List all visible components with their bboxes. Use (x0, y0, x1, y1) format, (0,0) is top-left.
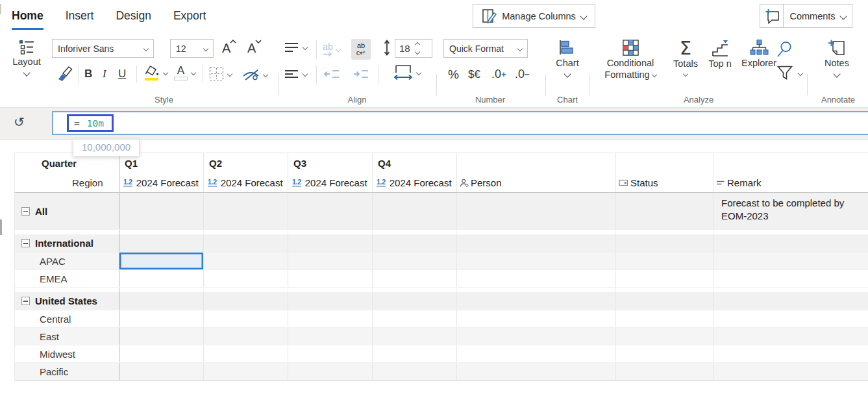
data-cell[interactable] (204, 363, 288, 380)
remark-cell[interactable] (713, 270, 868, 287)
row-label-cell[interactable]: EMEA (15, 270, 119, 287)
row-label-cell[interactable]: United States (15, 292, 119, 310)
row-label-cell[interactable]: Central (15, 310, 119, 327)
conditional-formatting-button[interactable]: Conditional Formatting (594, 39, 667, 80)
person-cell[interactable] (457, 328, 616, 345)
data-cell[interactable] (288, 270, 373, 287)
data-cell[interactable] (204, 234, 288, 252)
person-cell[interactable] (457, 345, 616, 362)
data-cell[interactable] (373, 270, 457, 287)
data-cell[interactable] (119, 270, 204, 287)
person-cell[interactable] (457, 310, 616, 327)
font-color-button[interactable]: A (174, 65, 195, 81)
data-cell[interactable] (373, 363, 457, 380)
text-overflow-button[interactable]: ab (323, 42, 340, 56)
hide-button[interactable] (242, 68, 267, 82)
data-cell[interactable] (204, 345, 288, 362)
percent-button[interactable]: % (448, 68, 459, 82)
fill-color-button[interactable] (143, 64, 167, 82)
person-cell[interactable] (457, 234, 616, 252)
collapse-icon[interactable] (21, 207, 30, 216)
layout-button[interactable]: Layout (6, 39, 47, 75)
row-label-cell[interactable]: East (15, 328, 119, 345)
data-cell[interactable] (204, 328, 288, 345)
data-cell[interactable] (288, 234, 373, 252)
status-cell[interactable] (616, 234, 713, 252)
data-cell[interactable] (373, 234, 457, 252)
data-cell[interactable] (288, 328, 373, 345)
row-label-cell[interactable]: Midwest (15, 345, 119, 362)
formula-input[interactable]: = 10m (52, 111, 868, 135)
increase-decimal-button[interactable]: .0+ (491, 68, 506, 81)
wrap-text-button[interactable]: ab c↵ (351, 39, 371, 60)
status-cell[interactable] (616, 310, 713, 327)
measure-column-header[interactable]: 1.22024 Forecast (119, 173, 204, 192)
underline-button[interactable]: U (118, 68, 126, 81)
format-painter-button[interactable] (56, 65, 73, 82)
remark-cell[interactable] (713, 310, 868, 327)
remark-cell[interactable] (713, 345, 868, 362)
status-cell[interactable] (616, 270, 713, 287)
currency-button[interactable]: $€ (468, 68, 480, 81)
tab-export[interactable]: Export (173, 9, 206, 30)
tab-insert[interactable]: Insert (66, 9, 94, 30)
quick-format-select[interactable]: Quick Format (443, 39, 528, 58)
row-label-cell[interactable]: Pacific (15, 363, 119, 380)
data-cell[interactable] (373, 310, 457, 327)
data-cell[interactable] (373, 253, 457, 269)
status-cell[interactable] (616, 253, 713, 269)
row-label-cell[interactable]: APAC (15, 253, 119, 269)
column-width-button[interactable] (393, 64, 421, 81)
decrease-font-button[interactable]: A (247, 42, 256, 55)
data-cell[interactable] (373, 345, 457, 362)
undo-icon[interactable]: ↺ (14, 114, 25, 130)
tab-design[interactable]: Design (116, 9, 151, 30)
column-header-status[interactable]: Status (616, 173, 713, 192)
search-button[interactable] (776, 40, 793, 58)
remark-cell[interactable] (713, 234, 868, 252)
italic-button[interactable]: I (103, 68, 106, 81)
chart-button[interactable]: Chart (549, 39, 586, 77)
tab-home[interactable]: Home (12, 9, 43, 30)
data-cell[interactable] (373, 193, 457, 229)
data-cell[interactable] (373, 292, 457, 310)
explorer-button[interactable]: Explorer (738, 39, 780, 68)
increase-font-button[interactable]: A (222, 42, 230, 55)
status-cell[interactable] (616, 328, 713, 345)
collapse-icon[interactable] (21, 297, 30, 305)
selected-cell[interactable] (119, 253, 204, 269)
remark-cell[interactable] (713, 363, 868, 380)
stepper-down-icon[interactable] (414, 49, 419, 55)
column-header-remark[interactable]: Remark (713, 173, 868, 192)
data-cell[interactable] (288, 363, 373, 380)
person-cell[interactable] (457, 270, 616, 287)
notes-button[interactable]: Notes (814, 39, 860, 77)
remark-cell[interactable] (713, 253, 868, 269)
horizontal-align-button[interactable] (284, 69, 307, 79)
data-cell[interactable] (119, 292, 204, 310)
data-cell[interactable] (204, 270, 288, 287)
data-cell[interactable] (119, 310, 204, 327)
data-cell[interactable] (119, 193, 204, 229)
data-cell[interactable] (119, 234, 204, 252)
quarter-column-header[interactable]: Q2 (204, 153, 288, 173)
remark-cell[interactable] (713, 292, 868, 310)
data-cell[interactable] (119, 345, 204, 362)
data-cell[interactable] (288, 345, 373, 362)
person-cell[interactable] (457, 253, 616, 269)
data-cell[interactable] (288, 292, 373, 310)
measure-column-header[interactable]: 1.22024 Forecast (288, 173, 373, 192)
data-cell[interactable] (204, 292, 288, 310)
data-cell[interactable] (204, 253, 288, 269)
data-cell[interactable] (204, 193, 288, 229)
totals-button[interactable]: Σ Totals (669, 39, 702, 76)
collapse-icon[interactable] (21, 239, 30, 247)
person-cell[interactable] (457, 292, 616, 310)
stepper-up-icon[interactable] (414, 42, 419, 47)
data-cell[interactable] (373, 328, 457, 345)
font-size-select[interactable]: 12 (170, 39, 214, 58)
data-cell[interactable] (119, 363, 204, 380)
person-cell[interactable] (457, 193, 616, 229)
data-cell[interactable] (119, 328, 204, 345)
formula-token[interactable]: = 10m (67, 114, 114, 132)
